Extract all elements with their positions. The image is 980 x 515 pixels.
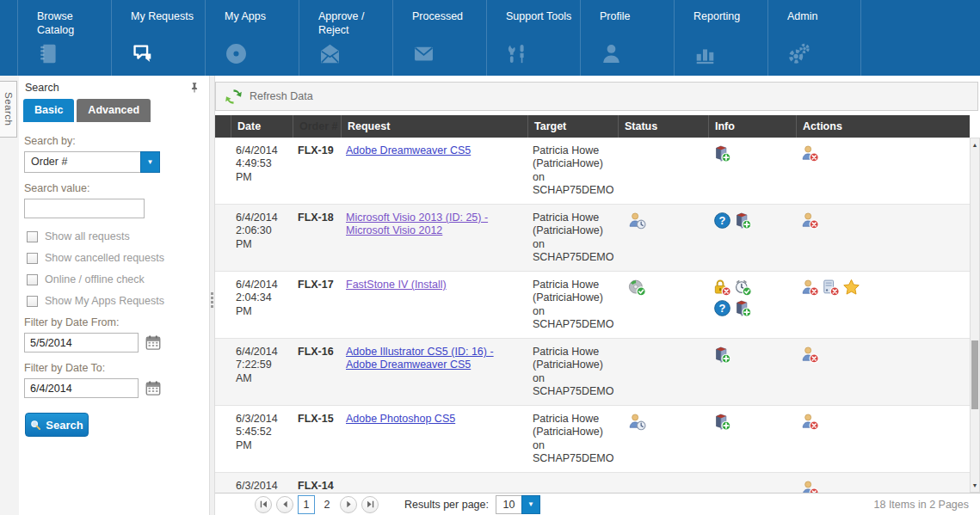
cancel-user-icon[interactable]: [801, 480, 819, 493]
rate-star-icon[interactable]: [842, 279, 860, 297]
actions-cell: [796, 205, 970, 271]
nav-item-my-apps[interactable]: My Apps: [205, 0, 299, 76]
main-panel: Refresh Data DateOrder #RequestTargetSta…: [215, 76, 980, 515]
actions-cell: [796, 272, 970, 338]
column-header-date[interactable]: Date: [231, 115, 293, 138]
nav-item-label: Reporting: [693, 9, 761, 38]
table-row: 6/3/2014 5:45:52 PMFLX-15Adobe Photoshop…: [215, 406, 970, 473]
cancel-user-icon[interactable]: [801, 413, 819, 431]
results-per-page-dropdown[interactable]: 10 ▼: [496, 495, 540, 514]
request-link[interactable]: Adobe Photoshop CS5: [346, 413, 455, 425]
checkbox-show-cancelled-requests[interactable]: Show cancelled requests: [27, 252, 200, 264]
chevron-down-icon[interactable]: ▼: [521, 495, 540, 514]
first-page-button[interactable]: [255, 496, 272, 513]
checkbox[interactable]: [27, 253, 38, 264]
nav-item-support-tools[interactable]: Support Tools: [486, 0, 580, 76]
cancel-user-icon[interactable]: [801, 144, 819, 162]
next-page-button[interactable]: [340, 496, 357, 513]
cancel-user-icon[interactable]: [801, 279, 819, 297]
calendar-icon[interactable]: [145, 334, 162, 351]
catalog-icon: [37, 42, 60, 65]
uninstall-computer-icon[interactable]: [822, 279, 840, 297]
request-target: [527, 473, 618, 493]
install-icon[interactable]: [713, 413, 731, 431]
nav-item-processed[interactable]: Processed: [392, 0, 486, 76]
request-date: 6/4/2014 4:49:53 PM: [231, 138, 293, 204]
column-header-info[interactable]: Info: [708, 115, 796, 138]
nav-item-my-requests[interactable]: My Requests: [111, 0, 205, 76]
search-by-label: Search by:: [24, 135, 200, 147]
install-icon[interactable]: [734, 212, 752, 230]
request-link[interactable]: Adobe Illustrator CS5 (ID: 16) - Adobe D…: [346, 346, 494, 371]
nav-item-admin[interactable]: Admin: [767, 0, 861, 76]
search-dock-tab[interactable]: Search: [0, 81, 17, 138]
request-cell: Adobe Dreamweaver CS5: [341, 138, 527, 204]
row-expander-cell: [215, 339, 231, 405]
svg-text:?: ?: [719, 214, 726, 227]
scroll-up-icon[interactable]: ▲: [971, 138, 979, 151]
mail-open-icon: [318, 42, 342, 65]
install-icon[interactable]: [713, 144, 731, 162]
last-page-button[interactable]: [361, 496, 379, 513]
install-icon[interactable]: [713, 346, 731, 364]
date-from-input[interactable]: [24, 333, 139, 353]
schedule-check-icon[interactable]: [734, 279, 752, 297]
tab-basic[interactable]: Basic: [23, 99, 74, 122]
info-cell: ?: [708, 205, 796, 271]
tab-advanced[interactable]: Advanced: [77, 99, 151, 122]
question-icon[interactable]: ?: [713, 299, 731, 317]
license-lock-icon[interactable]: [713, 279, 731, 297]
checkbox[interactable]: [27, 231, 38, 242]
nav-item-profile[interactable]: Profile: [580, 0, 674, 76]
request-cell: FastStone IV (Install): [341, 272, 527, 338]
search-tabs: BasicAdvanced: [19, 99, 209, 122]
checkbox[interactable]: [27, 296, 38, 307]
request-cell: Adobe Photoshop CS5: [341, 406, 527, 472]
sidebar-splitter[interactable]: [209, 76, 215, 515]
pin-icon[interactable]: [188, 82, 200, 94]
scroll-down-icon[interactable]: ▼: [971, 479, 979, 492]
checkbox[interactable]: [27, 274, 38, 285]
nav-item-reporting[interactable]: Reporting: [674, 0, 767, 76]
vertical-scrollbar[interactable]: ▲ ▼: [970, 138, 980, 493]
nav-item-label: My Apps: [225, 9, 292, 38]
status-cell: [618, 339, 708, 405]
search-button[interactable]: Search: [25, 413, 89, 437]
calendar-icon[interactable]: [145, 380, 162, 396]
search-by-dropdown[interactable]: Order # ▼: [24, 151, 160, 173]
refresh-data-button[interactable]: Refresh Data: [215, 82, 978, 111]
row-expander-cell: [215, 205, 231, 271]
status-cell: [618, 138, 708, 204]
refresh-icon: [224, 87, 243, 107]
request-date: 6/3/2014 2:20:58 PM: [231, 473, 293, 493]
request-link[interactable]: Adobe Dreamweaver CS5: [346, 144, 471, 156]
disc-icon: [225, 42, 248, 65]
date-to-input[interactable]: [24, 378, 139, 398]
install-icon[interactable]: [734, 299, 752, 317]
checkbox-show-all-requests[interactable]: Show all requests: [27, 230, 200, 242]
column-header-order[interactable]: Order #: [293, 115, 341, 138]
scrollbar-thumb[interactable]: [971, 340, 978, 409]
column-header-actions[interactable]: Actions: [796, 115, 970, 138]
checkbox-online-offline-check[interactable]: Online / offline check: [27, 273, 200, 285]
cancel-user-icon[interactable]: [801, 212, 819, 230]
nav-item-approve-reject[interactable]: Approve / Reject: [299, 0, 392, 76]
nav-item-browse-catalog[interactable]: Browse Catalog: [17, 0, 111, 76]
question-icon[interactable]: ?: [713, 212, 731, 230]
actions-cell: [796, 406, 970, 472]
status-cell: [618, 205, 708, 271]
prev-page-button[interactable]: [276, 496, 293, 513]
column-header-target[interactable]: Target: [527, 115, 618, 138]
request-link[interactable]: FastStone IV (Install): [346, 279, 447, 291]
column-header-status[interactable]: Status: [618, 115, 708, 138]
chevron-down-icon[interactable]: ▼: [140, 151, 160, 173]
info-cell: [708, 339, 796, 405]
cancel-user-icon[interactable]: [801, 346, 819, 364]
request-link[interactable]: Microsoft Visio 2013 (ID: 25) - Microsof…: [346, 212, 488, 236]
column-header-request[interactable]: Request: [341, 115, 527, 138]
grid-body: 6/4/2014 4:49:53 PMFLX-19Adobe Dreamweav…: [215, 138, 970, 493]
search-value-input[interactable]: [24, 199, 145, 218]
page-button-1[interactable]: 1: [298, 495, 315, 514]
checkbox-show-my-apps-requests[interactable]: Show My Apps Requests: [27, 295, 200, 307]
page-button-2[interactable]: 2: [318, 495, 336, 514]
